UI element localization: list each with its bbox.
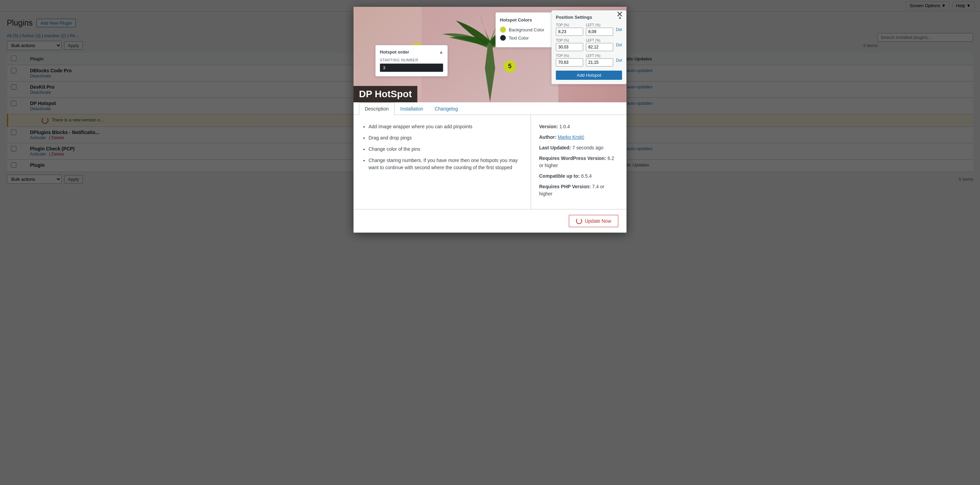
hotspot-order-panel: Hotspot order ▲ STARTING NUMBER (375, 45, 448, 76)
left-input-3[interactable] (586, 58, 613, 67)
left-label-2: LEFT (%) (586, 38, 613, 42)
compatible-value: 6.5.4 (581, 173, 592, 179)
starting-number-label: STARTING NUMBER (380, 58, 443, 62)
hotspot-5-label: 5 (508, 63, 512, 70)
last-updated-label: Last Updated: (539, 145, 571, 150)
tab-description[interactable]: Description (359, 102, 395, 115)
modal-meta: Version: 1.0.4 Author: Marko Krstić Last… (531, 115, 627, 191)
modal-image-area: 3 4 5 DP HotSpot Hotspot Colors ⋮ Backgr… (353, 7, 627, 102)
modal-body: Add Image wrapper where you can add pinp… (353, 115, 627, 191)
top-label-2: TOP (%) (556, 38, 583, 42)
list-item: Drag and drop pings (369, 134, 522, 142)
top-input-3[interactable] (556, 58, 583, 67)
hotspot-colors-header: Hotspot Colors ⋮ (500, 17, 559, 23)
last-updated-info: Last Updated: 7 seconds ago (539, 144, 618, 151)
feature-list: Add Image wrapper where you can add pinp… (362, 123, 522, 171)
top-input-2[interactable] (556, 43, 583, 51)
version-info: Version: 1.0.4 (539, 123, 618, 130)
background-color-swatch[interactable] (500, 27, 506, 33)
version-label: Version: (539, 124, 558, 129)
top-label-3: TOP (%) (556, 54, 583, 58)
background-color-label: Background Color (509, 27, 544, 32)
list-item: Change color of the pins (369, 146, 522, 153)
modal-description: Add Image wrapper where you can add pinp… (353, 115, 531, 191)
hotspot-order-header: Hotspot order ▲ (380, 49, 443, 54)
left-label-1: LEFT (%) (586, 23, 613, 27)
top-input-1[interactable] (556, 28, 583, 36)
left-input-1[interactable] (586, 28, 613, 36)
modal-close-button[interactable]: ✕ (616, 10, 623, 18)
position-settings-header: Position Settings ▲ (556, 15, 622, 20)
list-item: Add Image wrapper where you can add pinp… (369, 123, 522, 130)
position-row-3: TOP (%) LEFT (%) Del (556, 54, 622, 67)
author-info: Author: Marko Krstić (539, 134, 618, 141)
delete-pos-1-button[interactable]: Del (616, 27, 622, 32)
requires-wp-label: Requires WordPress Version: (539, 156, 606, 161)
position-settings-panel: Position Settings ▲ TOP (%) LEFT (%) Del (551, 10, 627, 84)
position-row-2: TOP (%) LEFT (%) Del (556, 38, 622, 51)
left-label-3: LEFT (%) (586, 54, 613, 58)
author-link[interactable]: Marko Krstić (558, 134, 584, 140)
position-row-1: TOP (%) LEFT (%) Del (556, 23, 622, 36)
version-value: 1.0.4 (559, 124, 570, 129)
text-color-row: Text Color (500, 35, 559, 41)
delete-pos-2-button[interactable]: Del (616, 43, 622, 48)
plugin-detail-modal: ✕ (353, 7, 627, 191)
hotspot-5[interactable]: 5 (504, 60, 516, 73)
hotspot-order-title: Hotspot order (380, 49, 409, 54)
compatible-label: Compatible up to: (539, 173, 580, 179)
tab-installation[interactable]: Installation (395, 102, 429, 115)
delete-pos-3-button[interactable]: Del (616, 58, 622, 63)
requires-php-label: Requires PHP Version: (539, 184, 591, 189)
text-color-label: Text Color (509, 35, 529, 41)
tab-changelog[interactable]: Changelog (429, 102, 464, 115)
starting-number-input[interactable] (380, 64, 443, 72)
modal-overlay: ✕ (0, 0, 980, 191)
collapse-icon[interactable]: ▲ (439, 50, 443, 54)
add-hotspot-button[interactable]: Add Hotspot (556, 71, 622, 80)
requires-wp-info: Requires WordPress Version: 6.2 or highe… (539, 155, 618, 169)
compatible-info: Compatible up to: 6.5.4 (539, 173, 618, 180)
requires-php-info: Requires PHP Version: 7.4 or higher (539, 183, 618, 191)
hotspot-colors-title: Hotspot Colors (500, 17, 532, 22)
top-label-1: TOP (%) (556, 23, 583, 27)
left-input-2[interactable] (586, 43, 613, 51)
text-color-swatch[interactable] (500, 35, 506, 41)
position-settings-title: Position Settings (556, 15, 592, 20)
last-updated-value: 7 seconds ago (572, 145, 603, 150)
plugin-image-label: DP HotSpot (353, 86, 417, 102)
author-label: Author: (539, 134, 557, 140)
background-color-row: Background Color (500, 27, 559, 33)
modal-tabs: Description Installation Changelog (353, 102, 627, 115)
list-item: Change staring numbers. If you have more… (369, 157, 522, 171)
